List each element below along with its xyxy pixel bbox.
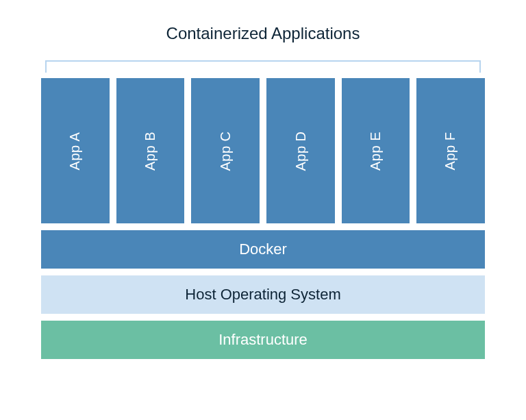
app-c-box: App C [191, 78, 260, 223]
infrastructure-layer: Infrastructure [41, 321, 485, 359]
app-f-box: App F [416, 78, 485, 223]
app-d-box: App D [266, 78, 335, 223]
app-c-label: App C [218, 131, 234, 171]
diagram-title: Containerized Applications [41, 24, 485, 43]
apps-bracket [45, 60, 481, 73]
app-d-label: App D [292, 131, 308, 171]
app-e-label: App E [368, 132, 384, 171]
app-b-label: App B [142, 132, 158, 171]
app-a-box: App A [41, 78, 110, 223]
app-e-box: App E [342, 78, 410, 223]
docker-layer: Docker [41, 230, 485, 269]
app-b-box: App B [116, 78, 185, 223]
app-a-label: App A [67, 132, 83, 170]
host-os-layer: Host Operating System [41, 275, 485, 314]
app-f-label: App F [443, 132, 459, 170]
apps-row: App A App B App C App D App E App F [41, 78, 485, 223]
